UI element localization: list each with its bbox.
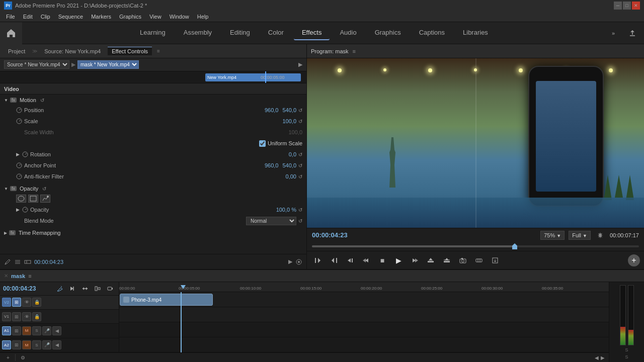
lift-button[interactable]: [424, 253, 438, 267]
uniform-scale-checkbox-container[interactable]: Uniform Scale: [259, 140, 302, 147]
scale-reset-button[interactable]: ↺: [298, 119, 302, 124]
menu-edit[interactable]: Edit: [19, 13, 37, 21]
source-panel-label[interactable]: Source: New York.mp4: [40, 47, 105, 55]
monitor-timecode[interactable]: 00:00:04:23: [312, 231, 348, 239]
motion-header[interactable]: ▼ fx Motion ↺: [0, 96, 306, 105]
position-value[interactable]: 960,0 540,0: [265, 107, 296, 113]
scrub-playhead[interactable]: [512, 243, 517, 249]
go-to-in-button[interactable]: [359, 253, 373, 267]
time-remapping-header[interactable]: ▶ fx Time Remapping: [0, 228, 306, 237]
ec-clip-bar[interactable]: New York.mp4: [205, 73, 301, 81]
anchor-point-value[interactable]: 960,0 540,0: [265, 162, 296, 168]
position-y[interactable]: 540,0: [282, 107, 296, 113]
rotation-expand-icon[interactable]: ▶: [16, 152, 20, 157]
menu-window[interactable]: Window: [166, 13, 193, 21]
camera-clip-tool[interactable]: [105, 283, 116, 294]
monitor-zoom-button[interactable]: 75% ▼: [540, 231, 565, 240]
mark-in-button[interactable]: [311, 253, 325, 267]
tl-add-track[interactable]: +: [4, 353, 12, 361]
export-frame-button[interactable]: [488, 253, 502, 267]
menu-view[interactable]: View: [145, 13, 166, 21]
track-a2-mute[interactable]: M: [22, 340, 31, 349]
track-v1-lock[interactable]: 🔒: [32, 312, 41, 321]
export-button[interactable]: [625, 26, 640, 41]
track-a2-toggle[interactable]: A2: [2, 340, 11, 349]
monitor-settings-icon[interactable]: [597, 232, 604, 239]
tab-captions[interactable]: Captions: [411, 26, 453, 40]
menu-graphics[interactable]: Graphics: [115, 13, 145, 21]
track-a1-toggle[interactable]: A1: [2, 326, 11, 335]
close-button[interactable]: ✕: [632, 2, 640, 10]
more-workspaces-button[interactable]: »: [606, 26, 621, 41]
tab-libraries[interactable]: Libraries: [455, 26, 496, 40]
minimize-button[interactable]: ─: [614, 2, 622, 10]
razor-tool[interactable]: [54, 283, 65, 294]
play-button[interactable]: ▶: [391, 253, 406, 267]
ec-playhead[interactable]: [265, 71, 266, 83]
motion-reset-button[interactable]: ↺: [40, 98, 44, 103]
maximize-button[interactable]: □: [623, 2, 631, 10]
timeline-panel-close[interactable]: ✕: [4, 273, 8, 279]
tab-project[interactable]: Project: [4, 47, 29, 55]
tab-graphics[interactable]: Graphics: [367, 26, 409, 40]
anchor-point-reset-button[interactable]: ↺: [298, 163, 302, 168]
track-a1-record[interactable]: 🎤: [42, 326, 51, 335]
list-icon[interactable]: [14, 258, 21, 265]
track-a2-expand[interactable]: ◀: [52, 340, 61, 349]
camera-button[interactable]: [456, 253, 470, 267]
add-to-sequence-button[interactable]: +: [628, 254, 640, 266]
tab-effect-controls[interactable]: Effect Controls: [108, 47, 152, 55]
tab-effects[interactable]: Effects: [294, 26, 330, 40]
scrub-track[interactable]: [312, 245, 639, 247]
track-a1-expand[interactable]: ◀: [52, 326, 61, 335]
anchor-y[interactable]: 540,0: [282, 162, 296, 168]
edit-pen-icon[interactable]: [4, 258, 11, 265]
monitor-scrub-bar[interactable]: [307, 242, 644, 251]
rotation-reset-button[interactable]: ↺: [298, 152, 302, 157]
opacity-value[interactable]: 100,0 %: [266, 207, 296, 213]
trim-button[interactable]: [472, 253, 486, 267]
pen-mask-button[interactable]: [40, 195, 50, 203]
ec-play-button[interactable]: ▶: [288, 258, 292, 265]
home-button[interactable]: [0, 22, 22, 44]
anchor-x[interactable]: 960,0: [265, 162, 279, 168]
track-a2-record[interactable]: 🎤: [42, 340, 51, 349]
rotation-value[interactable]: 0,0: [266, 151, 296, 157]
menu-markers[interactable]: Markers: [87, 13, 115, 21]
track-v1-sync[interactable]: ⊞: [12, 312, 21, 321]
tl-settings[interactable]: ⚙: [19, 353, 27, 361]
effect-controls-settings-icon[interactable]: ≡: [157, 48, 160, 54]
track-v2-toggle[interactable]: V2: [2, 298, 11, 307]
program-monitor-menu-icon[interactable]: ≡: [353, 48, 356, 54]
opacity-value-reset-button[interactable]: ↺: [298, 207, 302, 213]
slip-tool[interactable]: [79, 283, 91, 294]
scale-value[interactable]: 100,0: [266, 118, 296, 124]
extract-button[interactable]: [440, 253, 454, 267]
position-reset-button[interactable]: ↺: [298, 108, 302, 113]
uniform-scale-checkbox[interactable]: [259, 140, 266, 147]
timeline-timecode[interactable]: 00:00:04:23: [3, 285, 36, 292]
step-back-button[interactable]: [343, 253, 357, 267]
phone-clip[interactable]: Phone-3.mp4: [120, 294, 213, 306]
track-a2-solo[interactable]: S: [32, 340, 41, 349]
ec-settings-icon[interactable]: [295, 258, 302, 265]
tab-editing[interactable]: Editing: [222, 26, 258, 40]
go-to-out-button[interactable]: [408, 253, 422, 267]
tab-assembly[interactable]: Assembly: [176, 26, 220, 40]
menu-clip[interactable]: Clip: [37, 13, 54, 21]
monitor-quality-button[interactable]: Full ▼: [569, 231, 591, 240]
track-v2-visibility[interactable]: 👁: [22, 298, 31, 307]
opacity-reset-button[interactable]: ↺: [42, 186, 46, 192]
stop-button[interactable]: ■: [375, 253, 389, 267]
anti-flicker-reset-button[interactable]: ↺: [298, 174, 302, 179]
zoom-fit-tool[interactable]: [92, 283, 103, 294]
position-x[interactable]: 960,0: [265, 107, 279, 113]
opacity-header[interactable]: ▼ fx Opacity ↺: [0, 184, 306, 193]
opacity-expand-sub-icon[interactable]: ▶: [16, 207, 20, 212]
target-clip-select[interactable]: mask * New York.mp4: [77, 60, 139, 69]
track-a1-mute[interactable]: M: [22, 326, 31, 335]
tab-audio[interactable]: Audio: [332, 26, 364, 40]
menu-file[interactable]: File: [2, 13, 19, 21]
track-a1-sync[interactable]: ⊞: [12, 326, 21, 335]
blend-mode-reset-button[interactable]: ↺: [298, 218, 302, 224]
